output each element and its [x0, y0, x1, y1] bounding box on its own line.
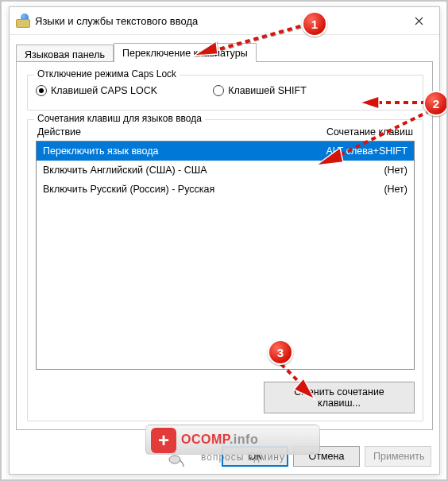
tab-strip: Языковая панель Переключение клавиатуры … — [10, 35, 439, 430]
close-icon — [415, 17, 423, 25]
close-button[interactable] — [401, 10, 436, 32]
dialog-buttons: ОК Отмена Применить — [222, 446, 431, 467]
list-item[interactable]: Переключить язык ввода ALT слева+SHIFT — [37, 142, 414, 161]
tab-keyboard-switch[interactable]: Переключение клавиатуры — [114, 43, 257, 62]
cancel-button[interactable]: Отмена — [293, 446, 360, 467]
group-caps-lock: Отключение режима Caps Lock Клавишей CAP… — [27, 75, 423, 111]
list-item-keys: (Нет) — [384, 163, 407, 177]
radio-dot-icon — [36, 85, 47, 96]
window-title: Языки и службы текстового ввода — [35, 15, 401, 27]
screenshot-canvas: Языки и службы текстового ввода Языковая… — [0, 0, 448, 481]
group-hotkeys: Сочетания клавиш для языков ввода Действ… — [27, 119, 423, 421]
app-icon — [16, 14, 30, 28]
annotation-badge-1: 1 — [302, 11, 327, 37]
list-item-action: Включить Английский (США) - США — [43, 163, 207, 177]
hotkey-list[interactable]: Переключить язык ввода ALT слева+SHIFT В… — [36, 141, 415, 370]
list-item-action: Включить Русский (Россия) - Русская — [43, 182, 214, 196]
group-caps-lock-legend: Отключение режима Caps Lock — [34, 68, 180, 80]
list-item-keys: ALT слева+SHIFT — [326, 144, 407, 158]
change-hotkey-button[interactable]: Сменить сочетание клавиш... — [264, 382, 415, 413]
radio-shift-label: Клавишей SHIFT — [228, 85, 307, 96]
radio-shift[interactable]: Клавишей SHIFT — [213, 85, 307, 96]
group-hotkeys-legend: Сочетания клавиш для языков ввода — [34, 113, 205, 124]
radio-caps-lock[interactable]: Клавишей CAPS LOCK — [36, 85, 157, 96]
col-keys: Сочетание клавиш — [326, 126, 413, 138]
dialog-window: Языки и службы текстового ввода Языковая… — [9, 6, 440, 475]
radio-caps-lock-label: Клавишей CAPS LOCK — [51, 85, 157, 96]
annotation-badge-2: 2 — [423, 91, 448, 116]
apply-button[interactable]: Применить — [365, 446, 431, 467]
titlebar: Языки и службы текстового ввода — [10, 7, 439, 35]
annotation-badge-3: 3 — [268, 339, 293, 365]
list-item-keys: (Нет) — [384, 182, 407, 196]
list-item-action: Переключить язык ввода — [43, 144, 159, 158]
ok-button[interactable]: ОК — [222, 446, 288, 467]
col-action: Действие — [37, 126, 81, 138]
list-item[interactable]: Включить Английский (США) - США (Нет) — [37, 161, 414, 180]
list-item[interactable]: Включить Русский (Россия) - Русская (Нет… — [37, 180, 414, 199]
radio-dot-icon — [213, 85, 224, 96]
tab-body: Отключение режима Caps Lock Клавишей CAP… — [16, 61, 433, 430]
